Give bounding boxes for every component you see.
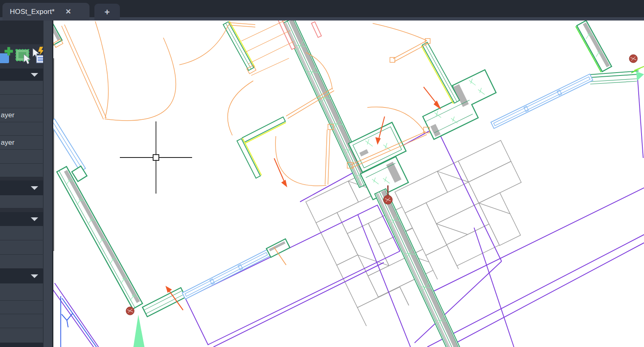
palette-scroll-strip[interactable] bbox=[43, 21, 53, 347]
wall-yellow-upper-left bbox=[222, 21, 257, 74]
file-tab-label: HOSt_Export* bbox=[2, 8, 55, 16]
property-value[interactable] bbox=[0, 122, 43, 136]
palette-section-header[interactable] bbox=[0, 68, 43, 81]
palette-section-header[interactable] bbox=[0, 269, 43, 283]
property-value[interactable] bbox=[0, 150, 43, 164]
palette-section-header[interactable] bbox=[0, 212, 43, 226]
properties-palette: ayer ayer bbox=[0, 21, 53, 347]
wall-interior-L-b bbox=[237, 138, 261, 178]
wall-yellow-right bbox=[421, 42, 459, 104]
window-upper-left bbox=[53, 119, 85, 171]
property-value[interactable] bbox=[0, 226, 43, 240]
property-value[interactable]: ayer bbox=[0, 136, 43, 150]
mint-triangle-bottom bbox=[133, 315, 144, 347]
autocad-window: { "tab_bar": { "tabs": [ { "label": "HOS… bbox=[0, 0, 644, 347]
sill-terrace bbox=[266, 239, 290, 257]
blue-symbol bbox=[61, 296, 96, 347]
insulation-strip-right bbox=[312, 22, 321, 37]
wall-far-right-band bbox=[589, 66, 644, 84]
wall-interior-L-a bbox=[242, 117, 286, 143]
property-value[interactable] bbox=[0, 240, 43, 255]
window-lower-left bbox=[182, 250, 270, 299]
window-right bbox=[491, 74, 593, 129]
file-tab-bar: HOSt_Export* ✕ + bbox=[0, 0, 644, 21]
property-value[interactable] bbox=[0, 95, 43, 108]
palette-section-header[interactable] bbox=[0, 180, 43, 195]
crosshair-cursor bbox=[120, 121, 192, 194]
palette-spacer bbox=[0, 208, 43, 212]
property-value[interactable] bbox=[0, 195, 43, 208]
chevron-down-icon bbox=[31, 217, 38, 221]
floor-plan bbox=[53, 21, 644, 347]
select-objects-icon[interactable] bbox=[16, 50, 30, 64]
mint-triangle-right bbox=[636, 71, 644, 81]
chevron-down-icon bbox=[31, 274, 38, 278]
palette-section-header[interactable] bbox=[0, 343, 43, 347]
close-tab-icon[interactable]: ✕ bbox=[65, 7, 71, 16]
file-tab-active[interactable]: HOSt_Export* ✕ bbox=[2, 3, 89, 21]
property-value[interactable] bbox=[0, 164, 43, 177]
property-value[interactable] bbox=[0, 283, 43, 301]
plus-icon: + bbox=[105, 7, 110, 18]
wall-corner-sill bbox=[142, 288, 186, 317]
property-value[interactable]: ayer bbox=[0, 108, 43, 122]
wall-far-right bbox=[576, 21, 612, 72]
chevron-down-icon bbox=[31, 73, 38, 77]
pickadd-toggle-icon[interactable] bbox=[0, 47, 13, 63]
chevron-down-icon bbox=[31, 186, 38, 190]
property-value[interactable] bbox=[0, 255, 43, 269]
new-tab-button[interactable]: + bbox=[94, 4, 120, 21]
wall-lower-left bbox=[57, 167, 142, 309]
palette-spacer bbox=[0, 177, 43, 180]
property-value[interactable] bbox=[0, 301, 43, 314]
drawing-canvas[interactable] bbox=[53, 21, 644, 347]
property-value[interactable] bbox=[0, 328, 43, 343]
property-value[interactable] bbox=[0, 314, 43, 328]
property-value[interactable] bbox=[0, 81, 43, 95]
